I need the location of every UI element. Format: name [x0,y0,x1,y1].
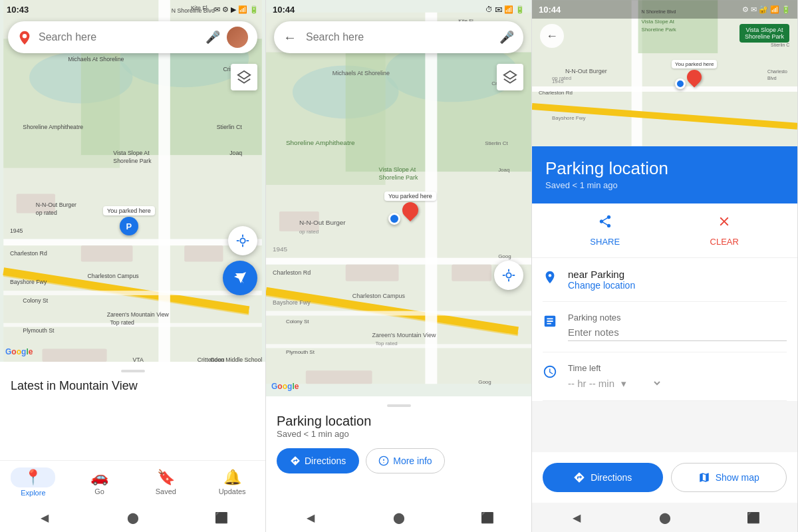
recents-btn-sys-2[interactable]: ⬛ [481,511,494,524]
updates-label: Updates [219,487,246,495]
mic-icon-1[interactable]: 🎤 [205,30,220,45]
drag-handle-2 [387,404,411,407]
search-bar-2[interactable]: ← 🎤 [274,21,523,53]
svg-rect-50 [266,311,531,316]
layer-button-1[interactable] [231,64,257,90]
svg-text:op rated: op rated [299,229,319,235]
map-area-2[interactable]: 1945 N Shoreline Blvd Charleston Rd Colo… [266,0,531,396]
recents-btn-sys-3[interactable]: ⬛ [747,511,760,524]
home-btn-sys-3[interactable]: ⬤ [658,511,672,524]
drag-handle-1 [121,370,145,372]
notes-input-3[interactable] [568,327,787,341]
home-btn-sys-1[interactable]: ⬤ [126,511,140,524]
svg-text:Joaq: Joaq [229,150,242,156]
location-fab-1[interactable] [228,226,257,255]
show-map-btn-3[interactable]: Show map [671,463,787,492]
search-bar-1[interactable]: 🎤 [8,21,257,53]
svg-rect-10 [81,245,133,261]
svg-text:N-N-Out Burger: N-N-Out Burger [36,201,76,208]
time-1: 10:43 [7,5,29,15]
share-button-3[interactable]: SHARE [545,214,665,247]
svg-text:Zareen's Mountain View: Zareen's Mountain View [372,332,436,338]
nav-go[interactable]: 🚗 Go [66,465,133,499]
svg-point-78 [506,273,511,277]
parking-location-title: Parking location [545,158,784,179]
back-btn-sys-2[interactable]: ◀ [304,511,317,524]
svg-text:Blvd: Blvd [767,76,777,80]
svg-text:Stierlin Ct: Stierlin Ct [485,140,508,146]
svg-rect-51 [266,344,531,348]
time-icon-3 [543,364,557,383]
show-map-icon-3 [698,471,710,483]
mic-icon-2[interactable]: 🎤 [499,30,514,45]
nav-saved[interactable]: 🔖 Saved [133,465,200,499]
location-fab-2[interactable] [494,261,523,290]
location-row: near Parking Change location [543,258,787,302]
svg-point-85 [384,462,384,463]
layer-button-2[interactable] [497,64,523,90]
back-btn-3[interactable]: ← [540,24,564,48]
svg-rect-55 [306,370,372,384]
avatar-1[interactable] [227,27,248,48]
location-dot-3 [675,78,686,89]
svg-text:Charlesto: Charlesto [767,69,787,74]
back-arrow-2[interactable]: ← [283,30,297,45]
recents-btn-sys-1[interactable]: ⬛ [215,511,228,524]
sys-nav-3: ◀ ⬤ ⬛ [532,503,797,532]
share-label: SHARE [590,237,620,247]
share-icon [598,214,612,233]
svg-text:Goog: Goog [498,253,511,259]
parking-details-3: near Parking Change location Parking not… [532,258,797,401]
svg-text:Bayshore Fwy: Bayshore Fwy [10,279,47,285]
status-bar-3: 10:44 ⚙ ✉ 🔐 📶 🔋 [532,0,797,19]
back-btn-sys-1[interactable]: ◀ [38,511,51,524]
home-btn-sys-2[interactable]: ⬤ [392,511,406,524]
panel3-map[interactable]: 10:44 ⚙ ✉ 🔐 📶 🔋 1945 N Shoreline Blvd Ch… [532,0,797,146]
directions-icon-2 [290,456,301,466]
nav-explore[interactable]: 📍 Explore [0,464,66,501]
clear-button-3[interactable]: CLEAR [665,214,785,247]
parking-pin-1: You parked here P [103,206,155,235]
time-placeholder: -- hr -- min [568,378,614,389]
google-logo-2: Google [271,382,299,391]
svg-text:Charleston Rd: Charleston Rd [273,269,311,276]
change-location-link[interactable]: Change location [568,280,635,291]
parking-header-3: Parking location Saved < 1 min ago [532,146,797,203]
svg-rect-5 [158,0,170,362]
svg-text:Crittenden Middle School: Crittenden Middle School [198,356,263,362]
svg-text:Colony St: Colony St [23,297,48,304]
svg-text:Charleston Rd: Charleston Rd [539,90,573,96]
time-dropdown[interactable]: ▾ 30 min 1 hr 1.5 hr 2 hr [618,377,662,390]
svg-text:Shoreline Park: Shoreline Park [642,27,676,33]
search-input-1[interactable] [39,31,199,43]
location-main-text: near Parking [568,269,635,280]
location-icon-3 [543,270,557,289]
svg-text:op rated: op rated [552,75,571,81]
svg-text:Bayshore Fwy: Bayshore Fwy [273,299,311,306]
back-btn-sys-3[interactable]: ◀ [570,511,583,524]
status-icons-2: ⏱ ✉ 📶 🔋 [485,5,525,14]
time-row: Time left -- hr -- min ▾ 30 min 1 hr 1.5… [543,352,787,401]
direction-fab-1[interactable] [223,261,257,295]
saved-icon: 🔖 [157,469,175,486]
svg-rect-12 [43,349,107,362]
directions-btn-2[interactable]: Directions [277,448,359,473]
panel-2: 10:44 ⏱ ✉ 📶 🔋 1945 N Shoreline Blvd Char… [266,0,532,532]
sys-nav-2: ◀ ⬤ ⬛ [266,503,531,532]
google-maps-icon [17,30,32,45]
bottom-nav-1: 📍 Explore 🚗 Go 🔖 Saved 🔔 Updates [0,460,265,503]
svg-text:Plymouth St: Plymouth St [286,349,315,355]
more-info-btn-2[interactable]: More info [366,448,444,473]
explore-icon: 📍 [24,469,42,485]
svg-text:Goog: Goog [478,379,491,385]
search-input-2[interactable] [306,31,493,43]
nav-updates[interactable]: 🔔 Updates [199,465,265,499]
svg-text:Vista Slope At: Vista Slope At [379,166,416,173]
map-area-1[interactable]: 1945 N Shoreline Blvd Charleston Rd Colo… [0,0,265,362]
svg-rect-49 [266,258,531,265]
directions-btn-3[interactable]: Directions [543,463,663,492]
google-logo-1: Google [5,347,33,356]
svg-text:Top rated: Top rated [110,319,135,326]
updates-icon: 🔔 [223,469,241,486]
svg-rect-53 [346,265,399,281]
